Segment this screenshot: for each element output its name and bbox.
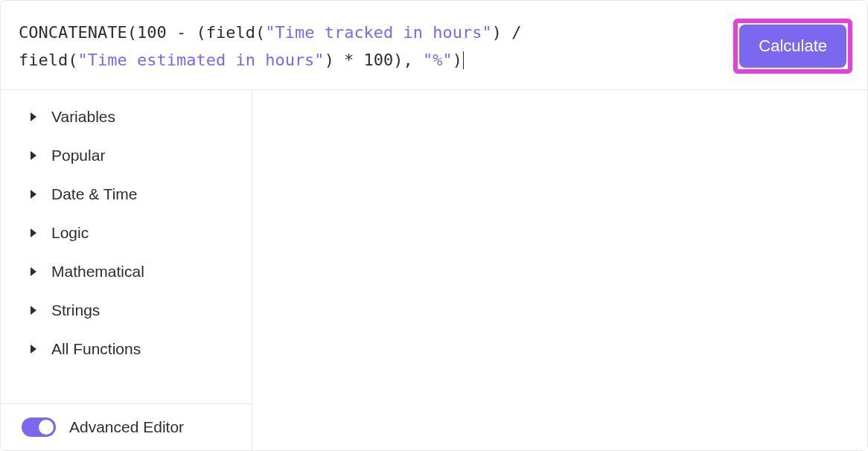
sidebar-item-label: Strings bbox=[51, 301, 100, 319]
formula-input[interactable]: CONCATENATE(100 - (field("Time tracked i… bbox=[19, 19, 718, 74]
calculate-highlight: Calculate bbox=[733, 19, 852, 74]
sidebar: Variables Popular Date & Time Logic Math… bbox=[1, 90, 252, 450]
sidebar-item-strings[interactable]: Strings bbox=[1, 291, 252, 330]
sidebar-item-date-time[interactable]: Date & Time bbox=[1, 175, 252, 214]
chevron-right-icon bbox=[31, 112, 36, 121]
content-area bbox=[252, 90, 867, 450]
advanced-editor-row: Advanced Editor bbox=[1, 404, 252, 450]
sidebar-item-logic[interactable]: Logic bbox=[1, 214, 252, 252]
chevron-right-icon bbox=[31, 151, 36, 160]
main-area: Variables Popular Date & Time Logic Math… bbox=[1, 90, 867, 450]
chevron-right-icon bbox=[31, 228, 36, 237]
chevron-right-icon bbox=[31, 267, 36, 276]
sidebar-item-mathematical[interactable]: Mathematical bbox=[1, 252, 252, 291]
formula-fn: CONCATENATE bbox=[19, 23, 127, 42]
sidebar-item-all-functions[interactable]: All Functions bbox=[1, 330, 252, 368]
sidebar-item-label: All Functions bbox=[51, 340, 141, 358]
toggle-knob bbox=[39, 420, 54, 435]
sidebar-list: Variables Popular Date & Time Logic Math… bbox=[1, 90, 252, 397]
sidebar-item-label: Mathematical bbox=[51, 263, 144, 281]
chevron-right-icon bbox=[31, 190, 36, 199]
sidebar-item-label: Variables bbox=[51, 108, 115, 126]
advanced-editor-toggle[interactable] bbox=[22, 418, 56, 437]
text-cursor bbox=[463, 51, 464, 69]
formula-bar: CONCATENATE(100 - (field("Time tracked i… bbox=[1, 1, 867, 90]
sidebar-item-label: Date & Time bbox=[51, 185, 138, 203]
advanced-editor-label: Advanced Editor bbox=[69, 418, 184, 436]
sidebar-item-variables[interactable]: Variables bbox=[1, 97, 252, 136]
calculate-button[interactable]: Calculate bbox=[739, 25, 846, 68]
chevron-right-icon bbox=[31, 345, 36, 354]
sidebar-item-popular[interactable]: Popular bbox=[1, 136, 252, 175]
sidebar-item-label: Popular bbox=[51, 147, 105, 164]
chevron-right-icon bbox=[31, 306, 36, 315]
formula-editor: CONCATENATE(100 - (field("Time tracked i… bbox=[0, 0, 868, 451]
sidebar-item-label: Logic bbox=[51, 224, 89, 242]
